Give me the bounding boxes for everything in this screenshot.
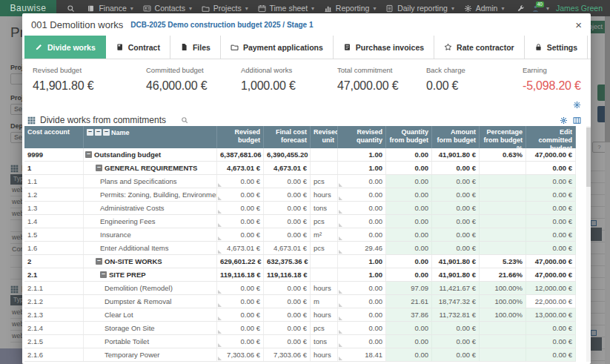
- cell-edit-committed-budget[interactable]: 0.00 €: [526, 188, 576, 201]
- table-row: 1.3Administrative Costs0.00 €0.00 €tons0…: [24, 202, 576, 215]
- settings-gear-icon[interactable]: [573, 101, 581, 109]
- row-name: GENERAL REQUIREMENTS: [105, 162, 197, 174]
- cell-revised-unit: pcs: [311, 322, 338, 334]
- cell-edit-committed-budget[interactable]: 0.00 €: [526, 228, 576, 241]
- table-row: 2.1–SITE PREP119,116.18 €119,116.18 €1.0…: [24, 268, 576, 282]
- col-final-cost-forecast[interactable]: Final cost forecast: [264, 126, 311, 148]
- cell-edit-committed-budget[interactable]: 47,000.00 €: [526, 268, 576, 281]
- cell-final-cost-forecast: 119,116.18 €: [264, 268, 311, 281]
- collapse-icon[interactable]: –: [85, 151, 92, 158]
- nav-item-time-sheet[interactable]: Time sheet▾: [258, 4, 315, 13]
- col-revised-budget[interactable]: Revised budget: [217, 126, 264, 148]
- col-cost-account[interactable]: Cost account: [24, 126, 84, 148]
- nav-item-label: Admin: [476, 4, 498, 13]
- nav-item-label: Projects: [213, 4, 242, 13]
- row-name: Portable Toilet: [105, 335, 149, 348]
- tab-files[interactable]: Files: [170, 36, 221, 59]
- search-icon[interactable]: [67, 4, 75, 13]
- cell-revised-unit: tons: [311, 202, 338, 214]
- tab-payment-applications[interactable]: Payment applications: [221, 36, 334, 59]
- tab-settings[interactable]: Settings: [525, 36, 588, 59]
- row-name: Temporary Power: [105, 348, 159, 361]
- cell-revised-unit: tons: [311, 335, 338, 348]
- cell-edit-committed-budget[interactable]: 13,000.00 €: [526, 308, 576, 321]
- stat-value: 1,000.00 €: [241, 79, 337, 93]
- tab-divide-works[interactable]: Divide works: [24, 36, 106, 59]
- cell-percentage-from-budget: [480, 335, 526, 348]
- cell-code: 2: [24, 255, 84, 268]
- table-row: 2.1.3Clear Lot0.00 €0.00 €hours0.0037.86…: [24, 308, 576, 322]
- close-icon[interactable]: ×: [575, 19, 582, 30]
- cell-amount-form-budget: 0.00 €: [432, 215, 480, 228]
- table-row: 1–GENERAL REQUIREMENTS4,673.01 €4,673.01…: [24, 162, 576, 175]
- cell-quantity-from-budget: 0.00: [386, 228, 432, 241]
- row-name: Engineering Fees: [100, 215, 155, 228]
- tab-rate-contractor[interactable]: Rate contractor: [434, 36, 525, 59]
- table-scrollbar[interactable]: [586, 126, 591, 362]
- col-revised-quantity[interactable]: Revised quantity: [338, 126, 386, 148]
- columns-icon[interactable]: [573, 116, 581, 125]
- cell-code: 2.1.2: [24, 295, 84, 308]
- row-name: Dumpster & Removal: [105, 295, 171, 308]
- cell-quantity-from-budget: 0.00: [386, 215, 432, 228]
- cell-edit-committed-budget[interactable]: 22,000.00 €: [526, 295, 576, 308]
- stat-label: Earning: [523, 66, 581, 74]
- tab-contract[interactable]: Contract: [106, 36, 170, 59]
- nav-item-admin[interactable]: Admin▾: [464, 4, 505, 13]
- cell-amount-form-budget: 41,901.80 €: [432, 255, 480, 268]
- collapse-icon[interactable]: –: [96, 258, 102, 265]
- table-search-icon[interactable]: [181, 116, 188, 124]
- cell-name: Permits: Zoning, Building, Environmental…: [84, 188, 217, 201]
- nav-item-daily-reporting[interactable]: Daily reporting▾: [385, 4, 454, 13]
- cell-edit-committed-budget[interactable]: 12,000.00 €: [526, 282, 576, 294]
- collapse-level-1-button[interactable]: –: [87, 129, 93, 136]
- nav-item-reporting[interactable]: Reporting▾: [324, 4, 377, 13]
- cell-edit-committed-budget[interactable]: 0.00 €: [526, 215, 576, 228]
- cell-edit-committed-budget[interactable]: 47,000.00 €: [526, 255, 576, 268]
- cell-revised-quantity: 0.00: [338, 322, 386, 334]
- tab-delete[interactable]: [588, 36, 591, 59]
- table-header-row: Cost account–––NameRevised budgetFinal c…: [24, 126, 576, 148]
- cell-edit-committed-budget[interactable]: 0.00 €: [526, 348, 576, 361]
- cell-edit-committed-budget[interactable]: 0.00 €: [526, 202, 576, 214]
- cell-edit-committed-budget[interactable]: 47,000.00 €: [526, 148, 576, 161]
- cell-edit-committed-budget[interactable]: 0.00 €: [526, 242, 576, 254]
- demolition-works-modal: 001 Demolition works DCB-2025 Demo const…: [22, 13, 591, 364]
- cell-edit-committed-budget[interactable]: 0.00 €: [526, 175, 576, 188]
- cell-revised-budget: 629,601.22 €: [217, 255, 264, 268]
- cell-final-cost-forecast: 0.00 €: [264, 308, 311, 321]
- table-row: 1.6Enter Additional Items4,673.01 €4,673…: [24, 242, 576, 255]
- cell-revised-budget: 0.00 €: [217, 228, 264, 241]
- col-amount-form-budget[interactable]: Amount form budget: [432, 126, 480, 148]
- collapse-icon[interactable]: –: [100, 271, 107, 278]
- collapse-level-2-button[interactable]: –: [95, 129, 102, 136]
- cell-code: 1: [24, 162, 84, 174]
- col-revised-unit[interactable]: Revised unit: [311, 126, 338, 148]
- tab-purchase-invoices[interactable]: Purchase invoices: [334, 36, 434, 59]
- user-menu[interactable]: James Green: [556, 4, 603, 13]
- stat-earning: Earning-5,098.20 €: [523, 66, 581, 101]
- cell-edit-committed-budget[interactable]: 0.00 €: [526, 162, 576, 174]
- wrench-icon[interactable]: [517, 4, 525, 13]
- notifications-person-icon[interactable]: 40: [531, 4, 540, 13]
- cell-name: Engineering Fees: [84, 215, 217, 228]
- cell-code: 1.2: [24, 188, 84, 201]
- col-edit-committed-budget[interactable]: Edit committed budget: [526, 126, 576, 148]
- col-quantity-from-budget[interactable]: Quantity from budget: [386, 126, 432, 148]
- nav-item-finance[interactable]: Finance▾: [87, 4, 133, 13]
- tab-label: Files: [193, 43, 210, 52]
- collapse-icon[interactable]: –: [96, 165, 102, 171]
- col-name[interactable]: –––Name: [84, 126, 217, 148]
- table-gear-icon[interactable]: [560, 116, 568, 125]
- cell-revised-budget: 6,387,681.06 €: [217, 148, 264, 161]
- col-percentage-from-budget[interactable]: Percentage from budget %: [480, 126, 526, 148]
- nav-item-projects[interactable]: Projects▾: [202, 4, 248, 13]
- cell-edit-committed-budget[interactable]: 0.00 €: [526, 335, 576, 348]
- cell-edit-committed-budget[interactable]: 0.00 €: [526, 322, 576, 334]
- document-icon: [385, 4, 394, 13]
- cell-amount-form-budget: 0.00 €: [432, 175, 480, 188]
- cell-percentage-from-budget: [480, 188, 526, 201]
- nav-item-contacts[interactable]: Contacts▾: [143, 4, 192, 13]
- collapse-level-3-button[interactable]: –: [103, 129, 110, 136]
- budget-breadcrumb-link[interactable]: DCB-2025 Demo construction budget 2025 /…: [130, 21, 313, 29]
